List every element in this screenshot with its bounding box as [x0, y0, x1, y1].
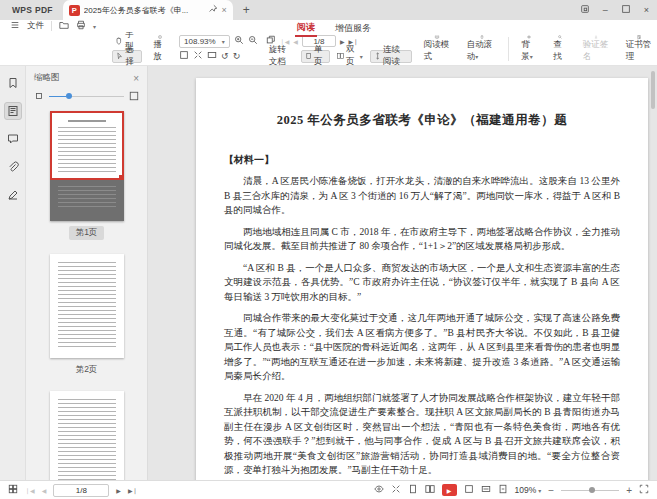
- eye-protection-icon[interactable]: [374, 484, 384, 496]
- paragraph: 同城合作带来的最大变化莫过于交通，这几年两地开通了城际公交，实现了高速公路免费互…: [224, 311, 620, 384]
- rotate-doc-button[interactable]: 旋转文档: [266, 50, 297, 63]
- fit-page-icon[interactable]: [498, 484, 508, 496]
- page-view-group: ❘◀ ◀ 1/8 ▶ ▶❘ 旋转文档 单页 双页 ▾ 连: [266, 35, 412, 63]
- zoom-input[interactable]: 108.93% ▾: [179, 35, 230, 48]
- paragraph: 早在 2020 年 4 月，两地组织部门就签署了人才协同发展战略合作框架协议，建…: [224, 391, 620, 478]
- background-label: 背景: [521, 39, 530, 61]
- panel-close-icon[interactable]: ×: [133, 73, 139, 84]
- signature-panel-icon[interactable]: [4, 186, 22, 204]
- thumb-larger-icon[interactable]: [129, 91, 139, 101]
- next-page-icon[interactable]: ▶: [340, 38, 345, 45]
- maximize-button[interactable]: [621, 4, 631, 16]
- single-page-label: 单页: [314, 44, 326, 68]
- app-logo[interactable]: WPS PDF: [0, 5, 63, 15]
- document-view[interactable]: 2025 年公务员多省联考《申论》（福建通用卷）题 【材料一】 清晨，A 区居民…: [148, 66, 657, 480]
- double-page-button[interactable]: 双页 ▾: [334, 50, 366, 63]
- fit-width-icon[interactable]: [481, 484, 491, 496]
- first-page-icon[interactable]: ❘◀: [25, 487, 35, 494]
- actual-size-icon[interactable]: [179, 50, 189, 62]
- background-caret-icon: ▾: [530, 54, 533, 60]
- viewport-resize-handle[interactable]: [119, 175, 124, 180]
- play-slideshow-button[interactable]: ▶: [442, 484, 457, 496]
- play-glyph: ▶: [447, 487, 452, 494]
- fit-page-icon[interactable]: [193, 50, 203, 62]
- page-3-thumbnail[interactable]: [50, 391, 124, 480]
- layout-icon[interactable]: [580, 4, 590, 16]
- tab-read[interactable]: 阅读: [295, 20, 317, 37]
- page-1-thumbnail[interactable]: [50, 111, 124, 221]
- page-number-input[interactable]: 1/8: [53, 484, 109, 497]
- ribbon-tabs: 阅读 增值服务: [295, 20, 373, 37]
- zoom-percent[interactable]: 109%▾: [515, 485, 542, 495]
- thumbnail-list: 第1页 第2页: [26, 107, 147, 480]
- hamburger-icon[interactable]: [10, 20, 20, 32]
- thumbnails-panel-icon[interactable]: [4, 102, 22, 120]
- attachments-panel-icon[interactable]: [4, 158, 22, 176]
- auto-scroll-label: 自动滚动: [467, 39, 493, 61]
- bookmarks-panel-icon[interactable]: [4, 74, 22, 92]
- zoom-caret-icon: ▾: [222, 38, 225, 45]
- find-button[interactable]: 查找: [549, 35, 571, 63]
- auto-scroll-label-row: 自动滚动▾: [467, 39, 497, 63]
- double-page-caret-icon: ▾: [360, 53, 363, 60]
- thumbnail-slider-track[interactable]: [49, 96, 124, 97]
- page-grid-icon[interactable]: [8, 484, 18, 496]
- single-page-button[interactable]: 单页: [301, 50, 330, 63]
- zoom-caret-icon: ▾: [538, 487, 541, 494]
- single-page-icon[interactable]: [408, 484, 418, 496]
- double-page-icon[interactable]: [425, 484, 435, 496]
- last-page-icon[interactable]: ▶❘: [128, 487, 138, 494]
- read-mode-button[interactable]: 阅读模式: [420, 35, 455, 63]
- prev-page-icon[interactable]: ◀: [293, 38, 298, 45]
- cert-manage-button[interactable]: 证书管理: [622, 35, 657, 63]
- rotate-left-icon[interactable]: ↺: [221, 51, 229, 61]
- pin-icon[interactable]: [208, 4, 218, 16]
- zoom-slider-track[interactable]: [561, 490, 619, 491]
- fit-window-icon[interactable]: [391, 484, 401, 496]
- zoom-in-button[interactable]: +: [626, 485, 632, 496]
- page-1-viewport-outline[interactable]: [50, 111, 124, 180]
- fit-width-icon[interactable]: [207, 50, 217, 62]
- zoom-in-icon[interactable]: [234, 35, 244, 47]
- close-button[interactable]: ×: [644, 6, 649, 15]
- auto-scroll-button[interactable]: 自动滚动▾: [463, 35, 501, 63]
- page-2-label[interactable]: 第2页: [69, 363, 105, 377]
- actual-size-icon[interactable]: [464, 484, 474, 496]
- background-button[interactable]: 背景▾: [517, 35, 541, 63]
- thumbnail-slider-handle[interactable]: [66, 93, 72, 99]
- fullscreen-icon[interactable]: [639, 484, 649, 496]
- thumb-smaller-icon[interactable]: [34, 91, 44, 101]
- material-1-heading: 【材料一】: [224, 153, 620, 167]
- zoom-out-button[interactable]: −: [548, 485, 554, 496]
- zoom-slider-handle[interactable]: [589, 487, 595, 493]
- select-tool-button[interactable]: 选择: [112, 50, 142, 63]
- zoom-out-icon[interactable]: [248, 35, 258, 47]
- thumbnail-size-slider[interactable]: [26, 88, 147, 107]
- double-page-label: 双页: [346, 44, 358, 68]
- tab-title: 2025年公务员多省联考《申...: [84, 5, 204, 16]
- chevron-down-icon[interactable]: ▾: [93, 23, 96, 30]
- minimize-button[interactable]: –: [603, 6, 608, 15]
- page-2-thumbnail[interactable]: [50, 254, 124, 358]
- menu-row: 文件 ▾ 阅读 增值服务: [0, 20, 657, 32]
- rotate-right-icon[interactable]: ↻: [233, 51, 241, 61]
- open-folder-icon[interactable]: [59, 20, 69, 32]
- prev-page-icon[interactable]: ◀: [42, 487, 47, 494]
- next-page-icon[interactable]: ▶: [116, 487, 121, 494]
- document-page-1: 2025 年公务员多省联考《申论》（福建通用卷）题 【材料一】 清晨，A 区居民…: [196, 78, 648, 480]
- cert-manage-label: 证书管理: [626, 39, 653, 63]
- page-1-label[interactable]: 第1页: [69, 226, 105, 240]
- tab-value-services[interactable]: 增值服务: [333, 21, 373, 36]
- comments-panel-icon[interactable]: [4, 130, 22, 148]
- play-button[interactable]: 播放: [150, 35, 172, 63]
- continuous-read-button[interactable]: 连续阅读: [370, 50, 412, 63]
- tab-close-icon[interactable]: ×: [222, 5, 227, 15]
- titlebar: WPS PDF P 2025年公务员多省联考《申... × + – ×: [0, 0, 657, 20]
- page-1-hidden-area: [50, 180, 124, 221]
- print-icon[interactable]: [76, 20, 86, 32]
- vertical-scrollbar[interactable]: [651, 71, 655, 109]
- new-tab-button[interactable]: +: [233, 3, 260, 17]
- file-menu[interactable]: 文件: [27, 20, 44, 32]
- document-tab[interactable]: P 2025年公务员多省联考《申... ×: [63, 0, 233, 20]
- divider: [51, 21, 52, 31]
